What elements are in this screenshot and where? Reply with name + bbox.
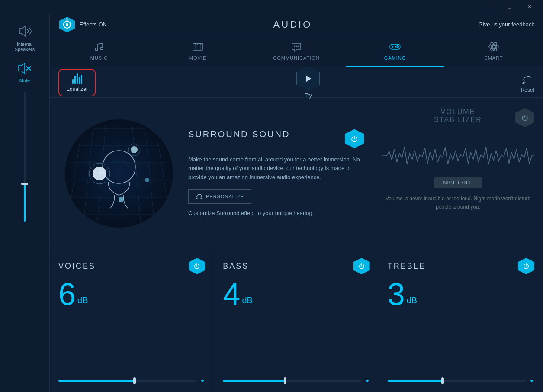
try-button[interactable]: Try bbox=[296, 67, 320, 99]
vs-description: Volume is never inaudible or too loud. N… bbox=[382, 195, 534, 211]
treble-db-unit: dB bbox=[407, 296, 417, 305]
surround-visual bbox=[58, 111, 180, 236]
treble-title: TREBLE bbox=[388, 262, 426, 271]
bass-db-display: 4 dB bbox=[223, 279, 369, 310]
headphone-icon bbox=[196, 193, 202, 200]
tab-gaming-label: GAMING bbox=[384, 55, 406, 61]
atom-icon bbox=[488, 41, 500, 53]
titlebar: ─ □ ✕ bbox=[0, 0, 543, 14]
equalizer-label: Equalizer bbox=[66, 86, 88, 92]
try-play-icon bbox=[296, 67, 320, 91]
bass-slider-arrow bbox=[365, 378, 370, 383]
treble-db-value: 3 bbox=[388, 279, 405, 310]
bass-panel: BASS 4 dB bbox=[214, 249, 379, 392]
svg-point-26 bbox=[492, 45, 495, 48]
device-name: InternalSpeakers bbox=[15, 42, 35, 52]
effects-icon bbox=[58, 16, 76, 33]
surround-power-button[interactable] bbox=[345, 129, 364, 148]
surround-description: Make the sound come from all around you … bbox=[188, 155, 364, 182]
reset-label: Reset bbox=[521, 87, 534, 93]
tab-gaming[interactable]: GAMING bbox=[346, 35, 444, 67]
svg-rect-56 bbox=[201, 198, 202, 199]
reset-button[interactable]: Reset bbox=[521, 72, 534, 93]
treble-db-display: 3 dB bbox=[388, 279, 534, 310]
gamepad-icon bbox=[389, 41, 401, 53]
bass-power-button[interactable] bbox=[353, 258, 370, 274]
treble-panel: TREBLE 3 dB bbox=[379, 249, 543, 392]
maximize-button[interactable]: □ bbox=[500, 0, 520, 14]
treble-slider[interactable] bbox=[388, 380, 526, 382]
tab-communication-label: COMMUNICATION bbox=[273, 55, 320, 61]
svg-marker-57 bbox=[201, 380, 204, 382]
svg-marker-58 bbox=[366, 380, 369, 382]
bass-slider-row bbox=[223, 378, 369, 383]
equalizer-button[interactable]: Equalizer bbox=[58, 69, 96, 96]
effects-label: Effects ON bbox=[79, 21, 107, 28]
volume-thumb[interactable] bbox=[21, 183, 28, 185]
personalize-label: PERSONALIZE bbox=[206, 194, 244, 199]
personalize-button[interactable]: PERSONALIZE bbox=[188, 189, 251, 204]
treble-slider-row bbox=[388, 378, 534, 383]
bass-db-value: 4 bbox=[223, 279, 240, 310]
header: Effects ON AUDIO Give us your feedback bbox=[50, 14, 543, 35]
surround-sound-panel: SURROUND SOUND Make the sound come from … bbox=[50, 98, 373, 249]
tab-smart[interactable]: SMART bbox=[444, 35, 543, 67]
bass-slider[interactable] bbox=[223, 380, 361, 382]
tab-smart-label: SMART bbox=[484, 55, 503, 61]
mute-label: Mute bbox=[19, 78, 30, 83]
bottom-row: VOICES 6 dB bbox=[50, 249, 543, 392]
film-icon bbox=[192, 41, 204, 53]
svg-point-51 bbox=[119, 197, 124, 202]
svg-point-16 bbox=[296, 46, 297, 47]
volume-track[interactable] bbox=[24, 92, 26, 222]
toolbar: Equalizer Try Reset bbox=[50, 67, 543, 98]
reset-icon bbox=[521, 72, 534, 85]
night-off-button[interactable]: NIGHT OFF bbox=[434, 177, 481, 188]
minimize-button[interactable]: ─ bbox=[480, 0, 500, 14]
voices-db-display: 6 dB bbox=[58, 279, 205, 310]
sidebar: InternalSpeakers Mute bbox=[0, 14, 50, 392]
bass-db-unit: dB bbox=[242, 296, 252, 305]
speaker-icon bbox=[16, 22, 33, 40]
voices-slider-arrow bbox=[200, 378, 205, 383]
svg-rect-55 bbox=[196, 198, 198, 199]
svg-point-24 bbox=[397, 47, 398, 48]
svg-point-21 bbox=[397, 45, 398, 47]
surround-title: SURROUND SOUND bbox=[188, 129, 290, 139]
tab-movie[interactable]: MOVIE bbox=[148, 35, 247, 67]
tabs-bar: MUSIC MOVIE bbox=[50, 35, 543, 67]
svg-marker-30 bbox=[306, 75, 311, 81]
voices-title: VOICES bbox=[58, 262, 96, 271]
waveform-visual bbox=[382, 138, 534, 173]
effects-toggle[interactable]: Effects ON bbox=[58, 16, 107, 33]
svg-point-52 bbox=[145, 178, 149, 182]
volume-slider-container bbox=[24, 83, 26, 392]
tab-music[interactable]: MUSIC bbox=[50, 35, 148, 67]
vs-power-button[interactable] bbox=[515, 108, 534, 127]
close-button[interactable]: ✕ bbox=[520, 0, 540, 14]
voices-power-button[interactable] bbox=[189, 258, 205, 274]
feedback-link[interactable]: Give us your feedback bbox=[479, 21, 534, 28]
customize-text: Customize Surround effect to your unique… bbox=[188, 209, 364, 218]
surround-info: SURROUND SOUND Make the sound come from … bbox=[188, 129, 364, 218]
vs-title: VOLUMESTABILIZER bbox=[433, 108, 484, 127]
svg-marker-59 bbox=[530, 380, 533, 382]
svg-point-47 bbox=[131, 146, 138, 153]
content-area: Effects ON AUDIO Give us your feedback M… bbox=[50, 14, 543, 392]
music-icon bbox=[93, 41, 105, 53]
mute-icon bbox=[17, 61, 32, 76]
mute-button[interactable]: Mute bbox=[17, 61, 32, 83]
volume-fill bbox=[24, 183, 26, 222]
treble-power-button[interactable] bbox=[518, 258, 534, 274]
main-layout: InternalSpeakers Mute bbox=[0, 14, 543, 392]
voices-slider[interactable] bbox=[58, 380, 196, 382]
voices-db-value: 6 bbox=[58, 279, 76, 310]
eq-bars-icon bbox=[72, 73, 82, 84]
voices-panel: VOICES 6 dB bbox=[50, 249, 214, 392]
svg-point-5 bbox=[66, 23, 68, 26]
vs-header: VOLUMESTABILIZER bbox=[382, 108, 534, 127]
device-label: InternalSpeakers bbox=[15, 22, 35, 52]
voices-slider-row bbox=[58, 378, 205, 383]
tab-communication[interactable]: COMMUNICATION bbox=[247, 35, 346, 67]
top-row: SURROUND SOUND Make the sound come from … bbox=[50, 98, 543, 249]
